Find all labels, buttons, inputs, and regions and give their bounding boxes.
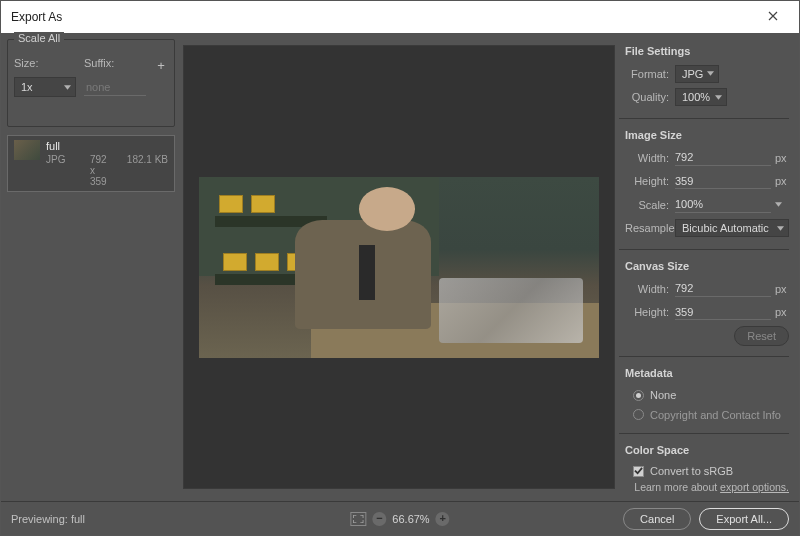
img-height-label: Height: bbox=[625, 175, 675, 187]
chevron-down-icon bbox=[715, 95, 722, 100]
zoom-out-button[interactable]: − bbox=[372, 512, 386, 526]
cancel-button[interactable]: Cancel bbox=[623, 508, 691, 530]
close-button[interactable] bbox=[753, 1, 793, 33]
img-width-label: Width: bbox=[625, 152, 675, 164]
add-size-button[interactable]: + bbox=[154, 58, 168, 73]
scale-all-title: Scale All bbox=[14, 32, 64, 44]
left-panel: Scale All Size: Suffix: + 1x bbox=[1, 33, 179, 501]
asset-name: full bbox=[46, 140, 168, 152]
image-size-title: Image Size bbox=[625, 129, 789, 141]
chevron-down-icon bbox=[64, 85, 71, 90]
zoom-value: 66.67% bbox=[392, 513, 429, 525]
export-all-button[interactable]: Export All... bbox=[699, 508, 789, 530]
zoom-controls: − 66.67% + bbox=[350, 512, 449, 526]
quality-label: Quality: bbox=[625, 91, 675, 103]
asset-info: full JPG 792 x 359 182.1 KB bbox=[46, 140, 168, 187]
chevron-down-icon bbox=[707, 71, 714, 76]
format-label: Format: bbox=[625, 68, 675, 80]
radio-none-label: None bbox=[650, 389, 676, 401]
file-settings-title: File Settings bbox=[625, 45, 789, 57]
asset-item[interactable]: full JPG 792 x 359 182.1 KB bbox=[7, 135, 175, 192]
asset-format: JPG bbox=[46, 154, 76, 187]
canvas-height-label: Height: bbox=[625, 306, 675, 318]
format-select[interactable]: JPG bbox=[675, 65, 719, 83]
asset-dimensions: 792 x 359 bbox=[90, 154, 113, 187]
export-as-dialog: Export As Scale All Size: Suffix: + bbox=[0, 0, 800, 536]
preview-panel bbox=[179, 33, 619, 501]
radio-icon bbox=[633, 409, 644, 420]
radio-icon bbox=[633, 390, 644, 401]
convert-srgb-label: Convert to sRGB bbox=[650, 465, 733, 477]
suffix-label: Suffix: bbox=[84, 57, 146, 69]
size-select[interactable]: 1x bbox=[14, 77, 76, 97]
export-options-link[interactable]: export options. bbox=[720, 481, 789, 493]
previewing-status: Previewing: full bbox=[11, 513, 85, 525]
scale-all-group: Scale All Size: Suffix: + 1x bbox=[7, 39, 175, 127]
asset-filesize: 182.1 KB bbox=[127, 154, 168, 187]
img-width-input[interactable] bbox=[675, 150, 771, 166]
metadata-copyright-radio[interactable]: Copyright and Contact Info bbox=[625, 405, 789, 425]
unit-px: px bbox=[771, 306, 789, 318]
preview-image bbox=[199, 177, 599, 358]
asset-thumbnail bbox=[14, 140, 40, 160]
footer: Previewing: full − 66.67% + Cancel Expor… bbox=[1, 501, 799, 535]
scale-label: Scale: bbox=[625, 199, 675, 211]
close-icon bbox=[768, 10, 778, 24]
canvas-width-input[interactable] bbox=[675, 281, 771, 297]
size-value: 1x bbox=[21, 81, 33, 93]
radio-copyright-label: Copyright and Contact Info bbox=[650, 409, 781, 421]
unit-px: px bbox=[771, 152, 789, 164]
convert-srgb-checkbox[interactable]: Convert to sRGB bbox=[625, 462, 789, 482]
quality-select[interactable]: 100% bbox=[675, 88, 727, 106]
resample-select[interactable]: Bicubic Automatic bbox=[675, 219, 789, 237]
zoom-in-button[interactable]: + bbox=[436, 512, 450, 526]
titlebar: Export As bbox=[1, 1, 799, 33]
size-label: Size: bbox=[14, 57, 76, 69]
canvas-height-input[interactable] bbox=[675, 304, 771, 320]
canvas-size-title: Canvas Size bbox=[625, 260, 789, 272]
asset-list: full JPG 792 x 359 182.1 KB bbox=[7, 135, 175, 192]
zoom-fit-button[interactable] bbox=[350, 512, 366, 526]
chevron-down-icon bbox=[777, 226, 784, 231]
scale-input[interactable] bbox=[675, 197, 771, 213]
reset-button[interactable]: Reset bbox=[734, 326, 789, 346]
right-panel: File Settings Format: JPG Quality: 100% bbox=[619, 33, 799, 501]
preview-viewport[interactable] bbox=[183, 45, 615, 489]
unit-px: px bbox=[771, 175, 789, 187]
suffix-input[interactable] bbox=[84, 78, 146, 96]
dialog-body: Scale All Size: Suffix: + 1x bbox=[1, 33, 799, 501]
resample-label: Resample: bbox=[625, 222, 675, 234]
chevron-down-icon[interactable] bbox=[771, 202, 789, 207]
dialog-title: Export As bbox=[11, 10, 753, 24]
checkbox-icon bbox=[633, 466, 644, 477]
learn-more: Learn more about export options. bbox=[625, 481, 789, 495]
metadata-title: Metadata bbox=[625, 367, 789, 379]
unit-px: px bbox=[771, 283, 789, 295]
previewing-name: full bbox=[71, 513, 85, 525]
fit-icon bbox=[353, 515, 363, 523]
color-space-title: Color Space bbox=[625, 444, 789, 456]
img-height-input[interactable] bbox=[675, 173, 771, 189]
canvas-width-label: Width: bbox=[625, 283, 675, 295]
metadata-none-radio[interactable]: None bbox=[625, 385, 789, 405]
